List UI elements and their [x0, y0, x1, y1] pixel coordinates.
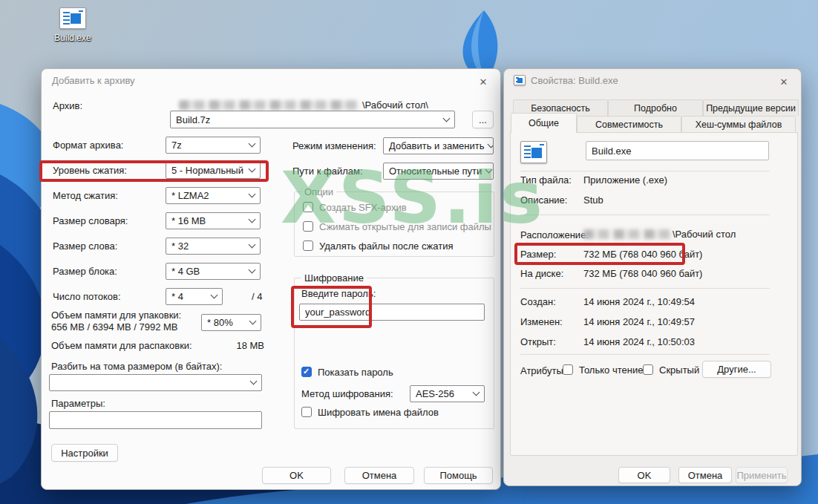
close-icon[interactable]: ✕ [776, 74, 792, 89]
redacted-path [583, 229, 672, 239]
modified-label: Изменен: [520, 316, 563, 327]
shared-files-checkbox[interactable] [303, 221, 313, 232]
shared-files-check-row[interactable]: Сжимать открытые для записи файлы [303, 220, 491, 232]
hidden-label: Скрытый [659, 364, 699, 376]
encrypt-names-check-row[interactable]: Шифровать имена файлов [301, 406, 439, 418]
help-button[interactable]: Помощь [424, 467, 493, 484]
memory-pack-value: * 80% [207, 317, 233, 328]
show-password-label: Показать пароль [318, 367, 393, 378]
memory-pack-select[interactable]: * 80% [201, 314, 261, 331]
archive-name-value: Build.7z [176, 114, 210, 125]
browse-button[interactable]: ... [472, 111, 494, 128]
threads-max: / 4 [252, 291, 262, 302]
chevron-down-icon [249, 266, 256, 274]
ok-button[interactable]: OK [262, 467, 331, 484]
dictionary-label: Размер словаря: [53, 215, 128, 226]
properties-dialog: Свойства: Build.exe ✕ Безопасность Подро… [503, 68, 802, 486]
chevron-down-icon [443, 114, 451, 122]
show-password-check-row[interactable]: Показать пароль [301, 366, 393, 378]
chevron-down-icon [249, 241, 256, 249]
chevron-down-icon [249, 216, 256, 223]
block-label: Размер блока: [53, 266, 117, 277]
encryption-group-title: Шифрование [301, 272, 367, 284]
format-label: Формат архива: [53, 140, 123, 151]
encryption-method-label: Метод шифрования: [301, 388, 393, 399]
readonly-check-row[interactable]: Только чтение [563, 364, 643, 376]
password-input[interactable] [299, 304, 485, 321]
word-value: * 32 [171, 240, 189, 252]
hidden-check-row[interactable]: Скрытый [643, 364, 699, 376]
sfx-check-row[interactable]: Создать SFX-архив [303, 201, 407, 213]
tab-details[interactable]: Подробно [608, 99, 703, 116]
delete-after-check-row[interactable]: Удалять файлы после сжатия [303, 240, 454, 252]
tab-general[interactable]: Общие [511, 113, 577, 133]
other-attributes-button[interactable]: Другие... [702, 361, 771, 378]
add-to-archive-dialog: Добавить к архиву ✕ Архив: \Рабочий стол… [41, 68, 501, 490]
readonly-label: Только чтение [579, 364, 643, 376]
tab-compatibility[interactable]: Совместимость [577, 116, 681, 133]
format-select[interactable]: 7z [166, 137, 261, 154]
desktop-icon-build-exe[interactable]: Build.exe [45, 7, 101, 43]
archive-name-combobox[interactable]: Build.7z [170, 111, 455, 128]
chevron-down-icon [249, 166, 256, 173]
archive-path-suffix: \Рабочий стол\ [362, 99, 428, 111]
ok-button[interactable]: OK [618, 467, 670, 483]
application-icon [514, 75, 526, 85]
modified-value: 14 июня 2024 г., 10:49:57 [583, 316, 695, 327]
close-icon[interactable]: ✕ [475, 74, 491, 89]
cancel-button[interactable]: Отмена [678, 467, 732, 483]
hidden-checkbox[interactable] [643, 364, 653, 375]
word-label: Размер слова: [53, 240, 117, 252]
block-select[interactable]: * 4 GB [166, 263, 261, 280]
dictionary-select[interactable]: * 16 MB [166, 212, 261, 229]
file-paths-label: Пути к файлам: [292, 166, 363, 177]
encrypt-names-label: Шифровать имена файлов [318, 407, 439, 418]
threads-select[interactable]: * 4 [166, 288, 223, 305]
file-paths-select[interactable]: Относительные пути [383, 163, 494, 180]
encryption-method-select[interactable]: AES-256 [410, 385, 485, 402]
dictionary-value: * 16 MB [171, 215, 206, 226]
parameters-label: Параметры: [51, 398, 105, 409]
file-type-value: Приложение (.exe) [583, 174, 667, 186]
delete-after-checkbox[interactable] [303, 240, 313, 251]
cancel-button[interactable]: Отмена [344, 467, 414, 484]
location-value: \Рабочий стол [673, 229, 736, 240]
parameters-input[interactable] [49, 411, 262, 429]
dialog-title: Свойства: Build.exe [531, 75, 618, 86]
word-select[interactable]: * 32 [166, 238, 261, 255]
update-mode-select[interactable]: Добавить и заменить [383, 137, 494, 154]
description-value: Stub [583, 194, 603, 206]
sfx-checkbox[interactable] [303, 202, 313, 212]
file-paths-value: Относительные пути [389, 166, 482, 177]
show-password-checkbox[interactable] [301, 367, 312, 377]
threads-label: Число потоков: [53, 291, 121, 302]
chevron-down-icon [488, 141, 494, 148]
update-mode-label: Режим изменения: [292, 140, 376, 151]
file-type-label: Тип файла: [520, 174, 572, 186]
tab-file-hashes[interactable]: Хеш-суммы файлов [681, 116, 796, 133]
password-label: Введите пароль: [301, 288, 376, 299]
split-combobox[interactable] [49, 374, 262, 391]
created-label: Создан: [520, 296, 556, 307]
level-value: 5 - Нормальный [171, 165, 243, 176]
apply-button[interactable]: Применить [736, 467, 788, 483]
method-select[interactable]: * LZMA2 [166, 187, 261, 204]
memory-pack-detail: 656 MB / 6394 MB / 7992 MB [51, 321, 178, 333]
file-icon [520, 141, 547, 163]
block-value: * 4 GB [171, 266, 200, 277]
chevron-down-icon [249, 140, 256, 148]
size-on-disk-label: На диске: [520, 268, 563, 279]
chevron-down-icon [249, 191, 256, 198]
separator [520, 288, 770, 289]
method-label: Метод сжатия: [53, 190, 118, 201]
level-select[interactable]: 5 - Нормальный [166, 162, 261, 179]
encrypt-names-checkbox[interactable] [301, 407, 312, 417]
size-label: Размер: [520, 249, 556, 260]
file-name-input[interactable] [586, 141, 769, 160]
split-label: Разбить на тома размером (в байтах): [51, 361, 222, 372]
created-value: 14 июня 2024 г., 10:49:54 [583, 296, 695, 307]
tab-previous-versions[interactable]: Предыдущие версии [703, 99, 799, 116]
settings-button[interactable]: Настройки [51, 444, 118, 462]
chevron-down-icon [249, 318, 257, 325]
readonly-checkbox[interactable] [563, 364, 573, 375]
